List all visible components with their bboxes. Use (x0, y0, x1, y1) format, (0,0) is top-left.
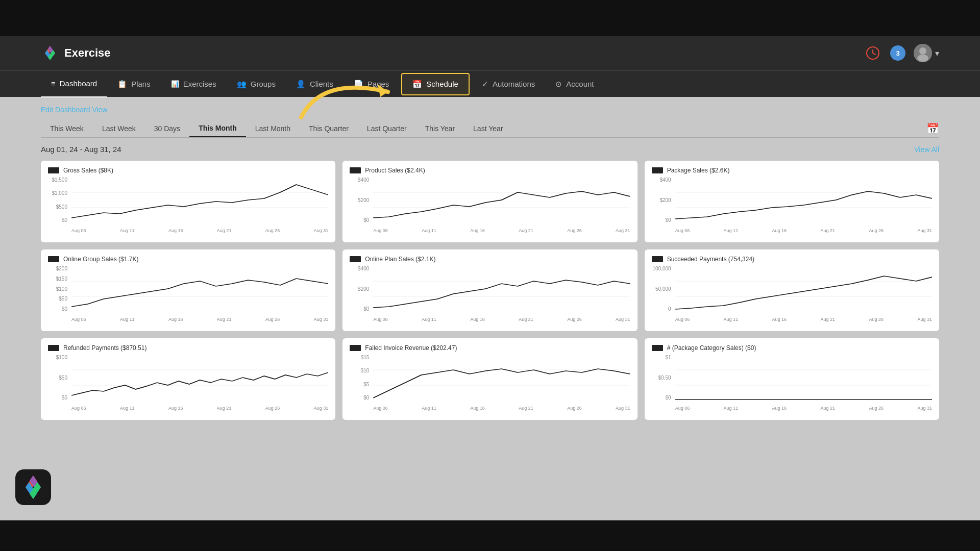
chart-svg-refunded-payments (71, 355, 328, 400)
chart-x-label: Aug 31 (314, 317, 329, 322)
chart-y-label: $50 (48, 375, 69, 381)
app-logo-icon (41, 44, 59, 62)
chart-x-label: Aug 21 (821, 317, 836, 322)
nav-item-account[interactable]: ⊙ Account (545, 71, 604, 97)
notification-badge[interactable]: 3 (890, 45, 905, 61)
period-last-month[interactable]: Last Month (246, 120, 300, 137)
chart-card-package-sales: Package Sales ($2.6K)$400$200$0Aug 06Aug… (645, 161, 939, 242)
chart-y-label: 50,000 (652, 286, 673, 292)
chart-x-label: Aug 31 (314, 406, 329, 411)
chart-x-label: Aug 06 (373, 228, 388, 233)
nav-item-exercises[interactable]: 📊 Exercises (161, 71, 227, 97)
avatar-chevron-icon: ▾ (935, 48, 939, 58)
chart-x-label: Aug 21 (821, 228, 836, 233)
chart-x-label: Aug 26 (265, 317, 280, 322)
chart-x-label: Aug 31 (616, 317, 630, 322)
chart-y-label: $1,500 (48, 177, 69, 183)
content-area: Edit Dashboard View This Week Last Week … (0, 97, 980, 520)
user-menu[interactable]: ▾ (914, 44, 939, 62)
view-all-link[interactable]: View All (914, 145, 939, 154)
chart-x-label: Aug 26 (265, 228, 280, 233)
svg-point-7 (917, 55, 928, 62)
chart-x-label: Aug 06 (373, 406, 388, 411)
chart-svg-gross-sales (71, 177, 328, 223)
chart-x-label: Aug 06 (71, 228, 86, 233)
nav-item-pages[interactable]: 📄 Pages (344, 71, 400, 97)
chart-y-label: $500 (48, 204, 69, 210)
charts-grid: Gross Sales ($8K)$1,500$1,000$500$0Aug 0… (41, 161, 939, 420)
chart-y-label: $1,000 (48, 190, 69, 196)
chart-y-label: $15 (350, 355, 371, 360)
chart-legend-online-plan-sales (350, 256, 361, 262)
chart-x-label: Aug 11 (724, 317, 739, 322)
chart-x-label: Aug 16 (772, 228, 787, 233)
top-bar (0, 0, 980, 36)
chart-x-label: Aug 26 (869, 406, 884, 411)
app-wrapper: Exercise 3 (0, 0, 980, 551)
chart-x-label: Aug 16 (772, 406, 787, 411)
chart-y-label: $100 (48, 286, 69, 292)
chart-legend-package-category-sales (652, 345, 663, 351)
avatar (914, 44, 932, 62)
chart-y-label: $400 (350, 266, 371, 271)
chart-x-label: Aug 06 (71, 317, 86, 322)
period-this-year[interactable]: This Year (416, 120, 464, 137)
nav-item-dashboard[interactable]: ≡ Dashboard (41, 71, 107, 97)
chart-x-label: Aug 16 (168, 317, 183, 322)
chart-x-label: Aug 16 (168, 406, 183, 411)
chart-title-online-plan-sales: Online Plan Sales ($2.1K) (365, 256, 435, 263)
nav-item-plans[interactable]: 📋 Plans (107, 71, 161, 97)
nav-bar: ≡ Dashboard 📋 Plans 📊 Exercises 👥 Groups… (0, 70, 980, 97)
chart-x-label: Aug 21 (217, 317, 232, 322)
chart-legend-refunded-payments (48, 345, 59, 351)
chart-x-label: Aug 16 (168, 228, 183, 233)
period-30-days[interactable]: 30 Days (145, 120, 189, 137)
chart-x-label: Aug 11 (422, 228, 436, 233)
chart-x-label: Aug 26 (567, 406, 582, 411)
nav-item-automations[interactable]: ✓ Automations (472, 71, 545, 97)
chart-card-online-plan-sales: Online Plan Sales ($2.1K)$400$200$0Aug 0… (342, 249, 637, 331)
chart-x-label: Aug 21 (217, 406, 232, 411)
chart-title-package-category-sales: # (Package Category Sales) ($0) (667, 344, 756, 352)
exercises-icon: 📊 (171, 80, 179, 88)
chart-x-label: Aug 21 (217, 228, 232, 233)
app-name: Exercise (64, 46, 111, 60)
period-last-week[interactable]: Last Week (93, 120, 145, 137)
nav-item-schedule[interactable]: 📅 Schedule (401, 73, 470, 95)
period-this-week[interactable]: This Week (41, 120, 93, 137)
chart-x-label: Aug 11 (422, 317, 436, 322)
chart-card-package-category-sales: # (Package Category Sales) ($0)$1$0.50$0… (645, 338, 939, 420)
chart-y-label: $0.50 (652, 375, 673, 381)
chart-legend-failed-invoice-revenue (350, 345, 361, 351)
chart-legend-package-sales (652, 167, 663, 173)
nav-item-groups[interactable]: 👥 Groups (227, 71, 286, 97)
period-this-month[interactable]: This Month (189, 120, 246, 137)
chart-title-succeeded-payments: Succeeded Payments (754,324) (667, 256, 754, 263)
date-range-row: Aug 01, 24 - Aug 31, 24 View All (41, 145, 939, 154)
chart-title-online-group-sales: Online Group Sales ($1.7K) (63, 256, 138, 263)
chart-y-label: $10 (350, 368, 371, 373)
chart-x-label: Aug 26 (265, 406, 280, 411)
nav-item-clients[interactable]: 👤 Clients (286, 71, 344, 97)
period-last-quarter[interactable]: Last Quarter (358, 120, 416, 137)
chart-x-label: Aug 31 (917, 406, 932, 411)
chart-x-label: Aug 26 (869, 317, 884, 322)
chart-x-label: Aug 06 (71, 406, 86, 411)
chart-y-label: 0 (652, 306, 673, 312)
calendar-button[interactable]: 📅 (926, 122, 939, 135)
chart-y-label: $0 (48, 217, 69, 223)
edit-dashboard-link[interactable]: Edit Dashboard View (41, 106, 107, 114)
chart-x-label: Aug 31 (314, 228, 329, 233)
chart-svg-failed-invoice-revenue (373, 355, 630, 400)
clock-button[interactable] (864, 44, 882, 62)
chart-x-label: Aug 21 (821, 406, 836, 411)
groups-icon: 👥 (237, 80, 247, 89)
chart-card-online-group-sales: Online Group Sales ($1.7K)$200$150$100$5… (41, 249, 335, 331)
period-last-year[interactable]: Last Year (464, 120, 512, 137)
chart-x-label: Aug 11 (120, 228, 135, 233)
period-this-quarter[interactable]: This Quarter (300, 120, 358, 137)
chart-card-refunded-payments: Refunded Payments ($870.51)$100$50$0Aug … (41, 338, 335, 420)
chart-x-label: Aug 11 (422, 406, 436, 411)
chart-title-package-sales: Package Sales ($2.6K) (667, 167, 730, 174)
chart-y-label: $50 (48, 296, 69, 302)
